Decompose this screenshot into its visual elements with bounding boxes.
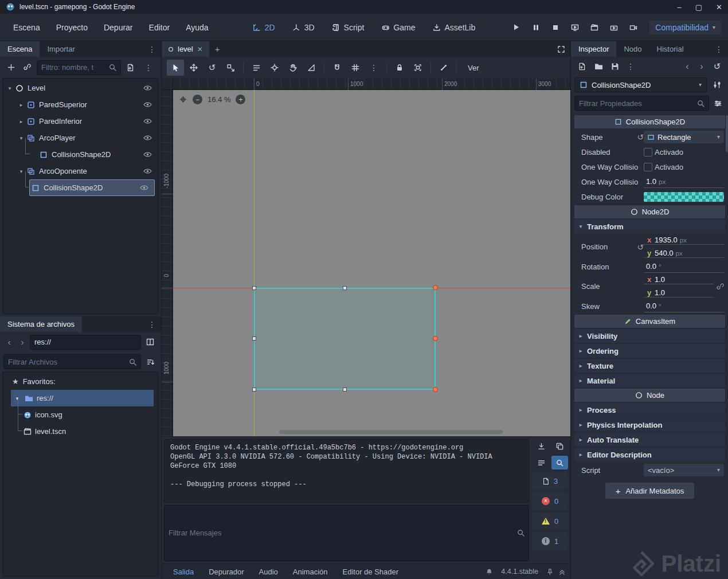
pause-button[interactable]: [527, 20, 545, 35]
property-filter-input[interactable]: [579, 99, 694, 108]
forward-button[interactable]: ›: [17, 335, 28, 350]
instance-scene-button[interactable]: [20, 60, 35, 75]
view-menu-button[interactable]: Ver: [461, 61, 486, 75]
notification-bell-icon[interactable]: [486, 568, 493, 576]
sort-files-button[interactable]: [143, 354, 158, 369]
expand-arrow-icon[interactable]: ▾: [17, 135, 26, 141]
shape-handle[interactable]: [343, 286, 347, 290]
grid-snap-button[interactable]: [347, 60, 364, 76]
play-custom-scene-button[interactable]: [605, 20, 623, 35]
inspector-scrollbar[interactable]: [726, 115, 728, 152]
history-forward-button[interactable]: ›: [695, 60, 708, 73]
new-scene-tab-button[interactable]: +: [209, 41, 226, 57]
workspace-3d-button[interactable]: 3D: [287, 19, 320, 36]
position-x-field[interactable]: x 1935.0 px: [644, 236, 724, 245]
menu-depurar[interactable]: Depurar: [97, 19, 139, 36]
scale-tool-button[interactable]: [222, 60, 239, 76]
category-node[interactable]: Node: [574, 389, 725, 402]
revert-icon[interactable]: ↺: [637, 133, 644, 141]
resource-extra-menu-icon[interactable]: ⋮: [624, 62, 637, 71]
visibility-eye-icon[interactable]: [139, 135, 156, 141]
menu-proyecto[interactable]: Proyecto: [50, 19, 94, 36]
attach-script-button[interactable]: [123, 60, 138, 75]
tree-row-paredinferior[interactable]: ▸ ParedInferior: [3, 113, 158, 130]
workspace-assetlib-button[interactable]: AssetLib: [427, 19, 482, 36]
shape-resource-picker[interactable]: Rectangle ▾: [644, 131, 724, 143]
fs-row-res[interactable]: ▾ res://: [11, 390, 154, 406]
shape-size-handle[interactable]: [433, 336, 438, 341]
one-way-margin-field[interactable]: 1.0 px: [644, 175, 724, 188]
fs-row-icon-svg[interactable]: icon.svg: [3, 406, 158, 423]
tab-historial[interactable]: Historial: [649, 41, 691, 57]
filter-options-button[interactable]: [711, 96, 725, 111]
pan-tool-button[interactable]: [284, 60, 302, 76]
category-canvasitem[interactable]: CanvasItem: [574, 315, 725, 328]
expand-arrow-icon[interactable]: ▸: [17, 102, 26, 108]
message-filter-input[interactable]: [169, 529, 514, 537]
distraction-free-button[interactable]: [552, 41, 570, 57]
tab-filesystem[interactable]: Sistema de archivos: [0, 316, 82, 332]
menu-editor[interactable]: Editor: [143, 19, 177, 36]
workspace-game-button[interactable]: Game: [375, 19, 421, 36]
lock-button[interactable]: [391, 60, 408, 76]
visibility-eye-icon[interactable]: [139, 101, 156, 108]
workspace-2d-button[interactable]: 2D: [247, 19, 281, 36]
section-transform[interactable]: ▾ Transform: [574, 220, 725, 233]
section-physics-interpolation[interactable]: ▸Physics Interpolation: [574, 418, 725, 432]
one-way-checkbox[interactable]: [644, 163, 652, 171]
visibility-eye-icon[interactable]: [139, 168, 156, 174]
load-resource-button[interactable]: [591, 59, 606, 74]
center-view-icon[interactable]: [179, 95, 187, 104]
collision-shape-rect[interactable]: [254, 288, 436, 390]
fs-row-level-tscn[interactable]: level.tscn: [3, 423, 158, 440]
tab-animacion[interactable]: Animación: [286, 564, 335, 579]
scene-filter-input[interactable]: [41, 63, 106, 72]
skew-field[interactable]: 0.0 °: [644, 300, 724, 312]
skeleton-button[interactable]: [435, 60, 452, 76]
messages-count-button[interactable]: 3: [532, 472, 568, 490]
expand-arrow-icon[interactable]: ▸: [17, 119, 26, 124]
visibility-eye-icon[interactable]: [136, 185, 152, 191]
list-select-button[interactable]: [248, 60, 265, 76]
filesystem-menu-icon[interactable]: ⋮: [143, 316, 161, 332]
disabled-checkbox[interactable]: [644, 148, 652, 157]
expand-panel-icon[interactable]: [558, 568, 566, 576]
collapse-log-button[interactable]: [533, 456, 550, 470]
shape-size-handle[interactable]: [433, 285, 438, 290]
zoom-out-button[interactable]: −: [193, 95, 202, 104]
pin-panel-icon[interactable]: [546, 568, 554, 576]
dock-menu-icon[interactable]: ⋮: [143, 41, 161, 57]
version-label[interactable]: 4.4.1.stable: [501, 568, 538, 576]
viewport[interactable]: 0 1000 2000 3000 -1000 0 1000: [162, 79, 570, 436]
search-log-button[interactable]: [551, 456, 568, 470]
revert-icon[interactable]: ↺: [637, 243, 644, 251]
tab-inspector[interactable]: Inspector: [571, 41, 616, 57]
menu-escena[interactable]: Escena: [7, 19, 46, 36]
tab-audio[interactable]: Audio: [252, 564, 285, 579]
new-resource-button[interactable]: [574, 59, 589, 74]
inspector-menu-icon[interactable]: ⋮: [710, 41, 728, 57]
horizontal-scrollbar[interactable]: [279, 430, 503, 434]
category-node2d[interactable]: Node2D: [574, 205, 725, 218]
zoom-in-button[interactable]: +: [236, 95, 245, 104]
menu-ayuda[interactable]: Ayuda: [179, 19, 214, 36]
movie-maker-button[interactable]: [624, 20, 642, 35]
scene-extra-menu-icon[interactable]: ⋮: [139, 63, 158, 72]
ruler-tool-button[interactable]: [303, 60, 320, 76]
pivot-tool-button[interactable]: [266, 60, 283, 76]
expand-arrow-icon[interactable]: ▾: [5, 85, 14, 91]
section-ordering[interactable]: ▸Ordering: [574, 344, 725, 358]
play-button[interactable]: [507, 20, 525, 35]
workspace-script-button[interactable]: Script: [326, 19, 370, 36]
file-filter-input[interactable]: [8, 358, 126, 366]
snap-options-button[interactable]: ⋮: [365, 60, 382, 76]
tab-nodo[interactable]: Nodo: [616, 41, 649, 57]
visibility-eye-icon[interactable]: [139, 151, 156, 158]
shape-size-handle[interactable]: [433, 387, 438, 392]
copy-log-button[interactable]: [551, 439, 568, 453]
canvas-2d[interactable]: − 16.4 % +: [173, 90, 570, 436]
maximize-button[interactable]: ▢: [695, 3, 702, 11]
split-view-button[interactable]: [143, 335, 158, 350]
info-count-button[interactable]: i 1: [532, 533, 568, 550]
shape-handle[interactable]: [252, 388, 256, 392]
